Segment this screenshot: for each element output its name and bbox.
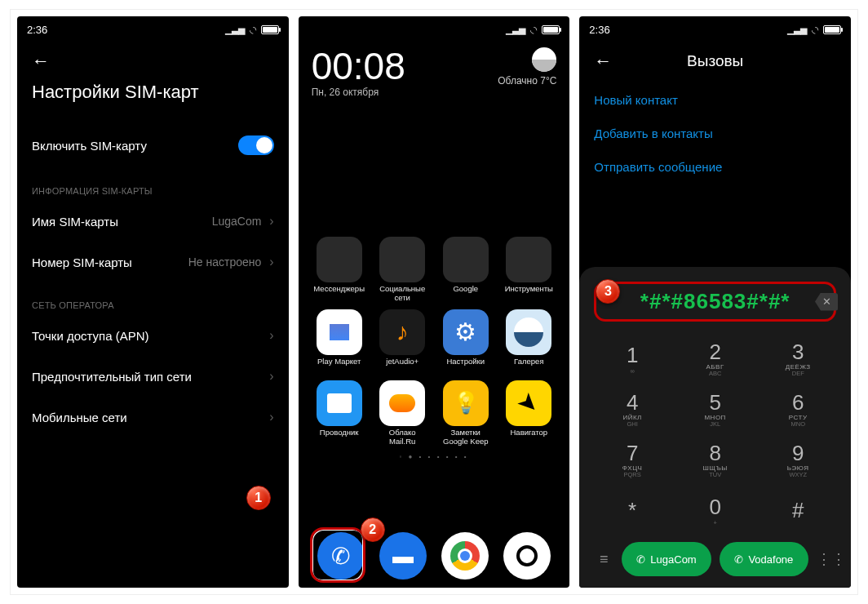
- status-bar: ▁▃▅ ◟◝: [299, 16, 570, 42]
- battery-icon: [542, 25, 560, 34]
- signal-icon: ▁▃▅: [225, 24, 245, 35]
- enable-sim-toggle[interactable]: [238, 135, 274, 155]
- key-8[interactable]: 8ШЩЪЫTUV: [674, 434, 757, 485]
- folder-2[interactable]: Google: [435, 237, 497, 303]
- highlight-box: *#*#86583#*#*: [594, 282, 836, 322]
- key-0[interactable]: 0+: [674, 485, 757, 535]
- app-icon: [379, 380, 425, 426]
- folder-1[interactable]: Социальные сети: [371, 237, 433, 303]
- enable-sim-row[interactable]: Включить SIM-карту: [17, 122, 289, 168]
- app-icon: ⚙: [443, 309, 489, 355]
- app-label: Галерея: [498, 358, 560, 374]
- menu-button[interactable]: ≡: [594, 551, 613, 568]
- dock-messages-app[interactable]: ▬: [372, 532, 434, 580]
- app-Play Маркет[interactable]: Play Маркет: [308, 309, 370, 374]
- app-3[interactable]: ➤Навигатор: [498, 380, 560, 446]
- enable-sim-label: Включить SIM-карту: [32, 139, 147, 153]
- weather-widget[interactable]: Облачно 7°С: [498, 47, 556, 87]
- app-label: Настройки: [435, 358, 497, 374]
- apn-label: Точки доступа (APN): [32, 329, 149, 343]
- sim-name-value: LugaCom: [212, 215, 262, 228]
- new-contact-link[interactable]: Новый контакт: [594, 83, 836, 117]
- back-button[interactable]: ←: [594, 51, 612, 72]
- app-Галерея[interactable]: Галерея: [498, 309, 560, 374]
- network-type-row[interactable]: Предпочтительный тип сети ›: [17, 356, 289, 397]
- chevron-right-icon: ›: [269, 255, 273, 269]
- app-label: Заметки Google Keep: [435, 429, 497, 446]
- signal-icon: ▁▃▅: [787, 24, 807, 35]
- wifi-icon: ◟◝: [530, 24, 537, 35]
- app-label: Google: [435, 285, 497, 301]
- weather-text: Облачно 7°С: [498, 75, 556, 87]
- app-icon: [317, 380, 362, 426]
- key-*[interactable]: *: [591, 485, 674, 535]
- status-time: 2:36: [27, 24, 47, 36]
- back-button[interactable]: ←: [17, 42, 289, 72]
- key-2[interactable]: 2АБВГABC: [674, 333, 757, 384]
- apn-row[interactable]: Точки доступа (APN) ›: [17, 315, 289, 356]
- phone-icon: ✆: [636, 553, 645, 566]
- key-9[interactable]: 9ЬЭЮЯWXYZ: [756, 434, 839, 485]
- phone-icon: ✆: [734, 553, 743, 566]
- step-badge-2: 2: [361, 517, 385, 542]
- add-to-contacts-link[interactable]: Добавить в контакты: [594, 117, 836, 150]
- app-Настройки[interactable]: ⚙Настройки: [435, 309, 497, 374]
- sim2-label: Vodafone: [748, 553, 793, 566]
- app-label: Play Маркет: [308, 358, 370, 374]
- folder-3[interactable]: Инструменты: [498, 237, 560, 303]
- chat-icon: ▬: [392, 544, 414, 569]
- app-label: Навигатор: [498, 429, 560, 445]
- key-3[interactable]: 3ДЕЁЖЗDEF: [756, 333, 839, 384]
- key-#[interactable]: #: [756, 485, 839, 535]
- app-label: Инструменты: [498, 285, 560, 301]
- app-icon: [506, 309, 551, 355]
- app-label: Социальные сети: [371, 285, 433, 303]
- key-4[interactable]: 4ИЙКЛGHI: [591, 384, 674, 434]
- battery-icon: [823, 25, 841, 34]
- app-icon: 💡: [443, 380, 489, 426]
- phone-dialer: 2:36 ▁▃▅ ◟◝ ← Вызовы Новый контакт Добав…: [579, 16, 851, 588]
- chevron-right-icon: ›: [269, 410, 273, 424]
- app-label: Проводник: [308, 429, 370, 445]
- key-5[interactable]: 5МНОПJKL: [674, 384, 757, 434]
- highlight-box: [310, 527, 365, 583]
- clock-widget[interactable]: 00:08: [312, 47, 405, 85]
- sim-name-row[interactable]: Имя SIM-карты LugaCom›: [17, 201, 289, 242]
- app-jetAudio+[interactable]: ♪jetAudio+: [371, 309, 433, 374]
- call-sim1-button[interactable]: ✆LugaCom: [622, 542, 711, 576]
- app-2[interactable]: 💡Заметки Google Keep: [435, 380, 497, 446]
- folder-icon: [443, 237, 489, 282]
- camera-icon: [516, 545, 538, 566]
- folder-icon: [506, 237, 551, 282]
- app-label: Облако Mail.Ru: [371, 429, 433, 446]
- app-1[interactable]: Облако Mail.Ru: [371, 380, 433, 446]
- weather-icon: [532, 47, 556, 72]
- dial-panel: *#*#86583#*#* ✕ 1∞2АБВГABC3ДЕЁЖЗDEF4ИЙКЛ…: [579, 267, 851, 588]
- folder-0[interactable]: Мессенджеры: [308, 237, 370, 303]
- app-icon: ♪: [379, 309, 425, 355]
- folder-icon: [317, 237, 362, 282]
- app-icon: [317, 309, 362, 355]
- status-time: 2:36: [589, 24, 609, 36]
- chrome-icon: [450, 541, 480, 571]
- dialer-title: Вызовы: [612, 52, 836, 70]
- chevron-right-icon: ›: [269, 369, 273, 384]
- step-badge-1: 1: [246, 486, 271, 510]
- key-6[interactable]: 6РСТУMNO: [756, 384, 839, 434]
- dial-input[interactable]: *#*#86583#*#*: [640, 289, 790, 313]
- sim-number-row[interactable]: Номер SIM-карты Не настроено›: [17, 242, 289, 282]
- status-bar: 2:36 ▁▃▅ ◟◝: [17, 16, 289, 42]
- call-sim2-button[interactable]: ✆Vodafone: [720, 542, 808, 576]
- mobile-networks-label: Мобильные сети: [32, 411, 127, 424]
- sim-number-value: Не настроено: [188, 255, 262, 269]
- dock-camera-app[interactable]: [496, 532, 558, 580]
- mobile-networks-row[interactable]: Мобильные сети ›: [17, 397, 289, 437]
- page-indicator: ◦ ● • • • • • •: [299, 453, 570, 460]
- battery-icon: [261, 25, 279, 34]
- send-message-link[interactable]: Отправить сообщение: [594, 150, 836, 184]
- dock-chrome-app[interactable]: [434, 532, 496, 580]
- key-7[interactable]: 7ФХЦЧPQRS: [591, 434, 674, 485]
- key-1[interactable]: 1∞: [591, 333, 674, 384]
- app-0[interactable]: Проводник: [308, 380, 370, 446]
- keypad-toggle-button[interactable]: ⋮⋮⋮: [817, 550, 836, 568]
